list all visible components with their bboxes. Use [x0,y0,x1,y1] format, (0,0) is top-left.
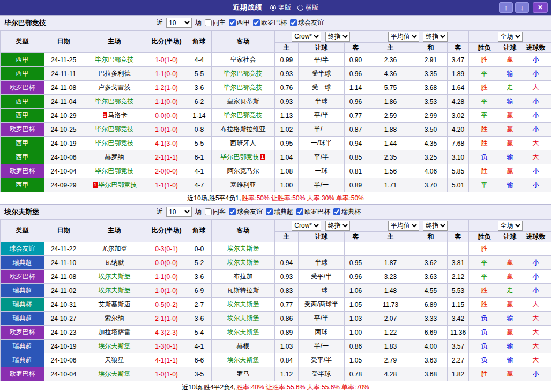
league-checkbox[interactable] [229,208,236,215]
col-date: 日期 [44,31,83,53]
odds-source-select[interactable]: Crow* [292,221,321,231]
corners-cell: 0-8 [187,123,212,137]
opponent-team-link[interactable]: 罗马 [237,370,250,378]
opponent-team-link[interactable]: 西班牙人 [230,139,256,147]
opponent-team-link[interactable]: 巴拉多利德 [99,70,131,77]
opponent-team-link[interactable]: 皇家贝蒂斯 [227,97,259,105]
subject-team-link[interactable]: 埃尔夫斯堡 [99,370,131,378]
score-cell: 4-3(2-3) [146,326,187,340]
sub-result: 胜负 [469,43,500,53]
match-count-select[interactable]: 10 [166,207,192,217]
subject-team-link[interactable]: 毕尔巴鄂竞技 [95,56,134,63]
subject-team-link[interactable]: 毕尔巴鄂竞技 [95,125,134,133]
radio-vertical[interactable]: 竖版 [270,3,291,12]
goals-result-cell: 小 [520,109,551,123]
league-checkbox[interactable] [333,208,340,215]
handicap-home-odds-cell: 1.08 [275,164,299,178]
odds-kind-select[interactable]: 终指 [325,221,350,231]
league-checkbox[interactable] [229,19,236,26]
opponent-team-link[interactable]: 皇家社会 [230,56,256,63]
handicap-home-odds-cell: 0.86 [275,312,299,326]
same-venue-checkbox[interactable] [205,208,212,215]
radio-horizontal[interactable]: 横版 [297,3,318,12]
subject-team-link[interactable]: 毕尔巴鄂竞技 [224,84,263,91]
opponent-team-link[interactable]: 艾斯基斯迈 [99,300,131,308]
avg-away-odds-cell: 3.02 [448,109,469,123]
handicap-line-cell: 半球 [299,95,345,109]
handicap-result-cell: 输 [500,312,520,326]
avg-source-select[interactable]: 平均值 [388,221,419,231]
match-count-select[interactable]: 10 [166,18,192,28]
odds-source-select[interactable]: Crow* [292,32,321,42]
subject-team-link[interactable]: 埃尔夫斯堡 [227,245,259,252]
opponent-team-link[interactable]: 阿尔克马尔 [227,167,259,175]
league-checkbox[interactable] [266,208,273,215]
result-cell: 胜 [469,284,500,298]
handicap-line-cell: 平/半 [299,150,345,164]
opponent-team-link[interactable]: 卢多戈雷茨 [99,84,131,91]
scroll-down-button[interactable]: ↓ [515,2,529,13]
handicap-away-odds-cell: 1.05 [345,353,367,367]
subject-team-link[interactable]: 毕尔巴鄂竞技 [95,167,134,175]
scope-select[interactable]: 全场 [498,32,523,42]
opponent-team-link[interactable]: 布拉加 [234,273,253,280]
handicap-away-odds-cell: 1.00 [345,326,367,340]
avg-source-select[interactable]: 平均值 [388,32,419,42]
match-row: 西甲24-11-25毕尔巴鄂竞技1-0(1-0)4-4皇家社会0.99平/半0.… [1,53,551,67]
scroll-up-button[interactable]: ↑ [499,2,513,13]
opponent-team-link[interactable]: 瓦纳默 [105,259,124,266]
avg-kind-select[interactable]: 终指 [423,32,448,42]
league-checkbox[interactable] [290,19,297,26]
opponent-team-link[interactable]: 尤尔加登 [102,245,128,252]
opponent-team-link[interactable]: 瓦斯特拉斯 [227,287,259,294]
opponent-team-link[interactable]: 赫根 [237,342,250,350]
subject-team-link[interactable]: 毕尔巴鄂竞技 [221,153,259,161]
opponent-team-link[interactable]: 天狼星 [105,356,124,364]
subject-team-link[interactable]: 毕尔巴鄂竞技 [99,181,137,189]
scope-select[interactable]: 全场 [498,221,523,231]
same-venue-checkbox[interactable] [205,19,212,26]
sub-handicap-result: 让球 [500,43,520,53]
handicap-line-cell: 半/一 [299,123,345,137]
subject-team-link[interactable]: 埃尔夫斯堡 [227,356,259,364]
opponent-team-link[interactable]: 马洛卡 [108,111,128,119]
subject-team-link[interactable]: 埃尔夫斯堡 [99,287,131,294]
odds-kind-select[interactable]: 终指 [325,32,350,42]
subject-team-link[interactable]: 毕尔巴鄂竞技 [224,111,263,119]
corners-cell: 2-7 [187,298,212,312]
home-team-cell: 卢多戈雷茨 [83,81,146,95]
same-venue-label: 同客 [213,207,226,216]
close-button[interactable]: ✕ [533,2,548,13]
home-team-cell: 艾斯基斯迈 [83,298,146,312]
red-card-badge: 1 [260,154,265,160]
handicap-result-cell: 走 [500,284,520,298]
subject-team-link[interactable]: 埃尔夫斯堡 [99,273,131,280]
league-checkbox[interactable] [253,19,260,26]
opponent-team-link[interactable]: 索尔纳 [105,314,124,322]
opponent-team-link[interactable]: 布拉格斯拉维亚 [221,125,266,133]
opponent-team-link[interactable]: 塞维利亚 [230,181,256,189]
opponent-team-link[interactable]: 赫罗纳 [105,153,124,161]
handicap-away-odds-cell: 0.96 [345,95,367,109]
subject-team-link[interactable]: 埃尔夫斯堡 [227,314,259,322]
subject-team-link[interactable]: 毕尔巴鄂竞技 [95,139,134,147]
league-cell: 西甲 [1,137,44,150]
away-team-cell: 塞维利亚 [212,178,275,192]
subject-team-link[interactable]: 埃尔夫斯堡 [227,259,259,266]
avg-home-odds-cell: 1.86 [367,95,414,109]
avg-kind-select[interactable]: 终指 [423,221,448,231]
score-cell: 4-1(1-1) [146,353,187,367]
handicap-home-odds-cell: 1.00 [275,178,299,192]
goals-result-cell: 小 [520,178,551,192]
league-checkbox[interactable] [296,208,303,215]
subject-team-link[interactable]: 埃尔夫斯堡 [227,328,259,336]
match-row: 瑞典超24-10-27索尔纳2-1(1-0)3-6埃尔夫斯堡0.86平/半1.0… [1,312,551,326]
subject-team-link[interactable]: 毕尔巴鄂竞技 [224,70,263,77]
corners-cell: 0-0 [187,242,212,256]
opponent-team-link[interactable]: 加拉塔萨雷 [99,328,131,336]
avg-draw-odds-cell: 4.35 [414,137,448,150]
subject-team-link[interactable]: 毕尔巴鄂竞技 [95,97,134,105]
subject-team-link[interactable]: 埃尔夫斯堡 [99,342,131,350]
handicap-away-odds-cell: 0.94 [345,137,367,150]
subject-team-link[interactable]: 埃尔夫斯堡 [227,300,259,308]
